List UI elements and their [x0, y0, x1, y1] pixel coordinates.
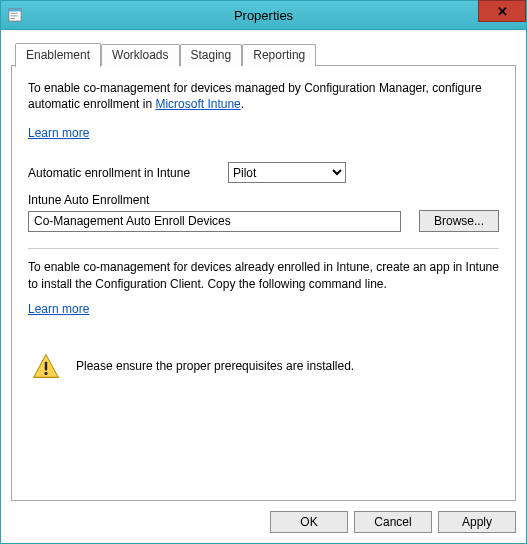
dialog-body: Enablement Workloads Staging Reporting T… [1, 30, 526, 501]
warning-text: Please ensure the proper prerequisites a… [76, 359, 354, 373]
auto-enroll-row: Automatic enrollment in Intune NonePilot… [28, 162, 499, 183]
svg-rect-6 [45, 361, 47, 370]
auto-enroll-label: Automatic enrollment in Intune [28, 166, 228, 180]
section-divider [28, 248, 499, 249]
window-title: Properties [1, 8, 526, 23]
auto-enroll-dropdown[interactable]: NonePilotAll [228, 162, 346, 183]
enrollment-field-row: Browse... [28, 210, 499, 232]
app-icon [7, 7, 23, 23]
intro-text: To enable co-management for devices mana… [28, 80, 499, 112]
tabstrip: Enablement Workloads Staging Reporting [11, 42, 516, 66]
tab-reporting[interactable]: Reporting [242, 44, 316, 66]
tab-enablement[interactable]: Enablement [15, 43, 101, 67]
titlebar: Properties ✕ [1, 1, 526, 30]
intro-text-part2: . [241, 97, 244, 111]
browse-button[interactable]: Browse... [419, 210, 499, 232]
section2-text: To enable co-management for devices alre… [28, 259, 499, 291]
enrollment-field-label: Intune Auto Enrollment [28, 193, 499, 207]
tabpanel-enablement: To enable co-management for devices mana… [11, 65, 516, 501]
warning-icon [32, 352, 60, 380]
learn-more-link-1[interactable]: Learn more [28, 126, 89, 140]
properties-dialog: Properties ✕ Enablement Workloads Stagin… [0, 0, 527, 544]
warning-row: Please ensure the proper prerequisites a… [28, 352, 499, 380]
dialog-footer: OK Cancel Apply [1, 501, 526, 543]
learn-more-link-2[interactable]: Learn more [28, 302, 89, 316]
intune-link[interactable]: Microsoft Intune [155, 97, 240, 111]
svg-point-7 [44, 372, 47, 375]
enrollment-field[interactable] [28, 211, 401, 232]
close-icon: ✕ [497, 4, 508, 19]
intro-text-part1: To enable co-management for devices mana… [28, 81, 482, 111]
tab-workloads[interactable]: Workloads [101, 44, 179, 66]
ok-button[interactable]: OK [270, 511, 348, 533]
cancel-button[interactable]: Cancel [354, 511, 432, 533]
tab-staging[interactable]: Staging [180, 44, 243, 66]
close-button[interactable]: ✕ [478, 0, 526, 22]
apply-button[interactable]: Apply [438, 511, 516, 533]
svg-rect-1 [9, 9, 21, 12]
